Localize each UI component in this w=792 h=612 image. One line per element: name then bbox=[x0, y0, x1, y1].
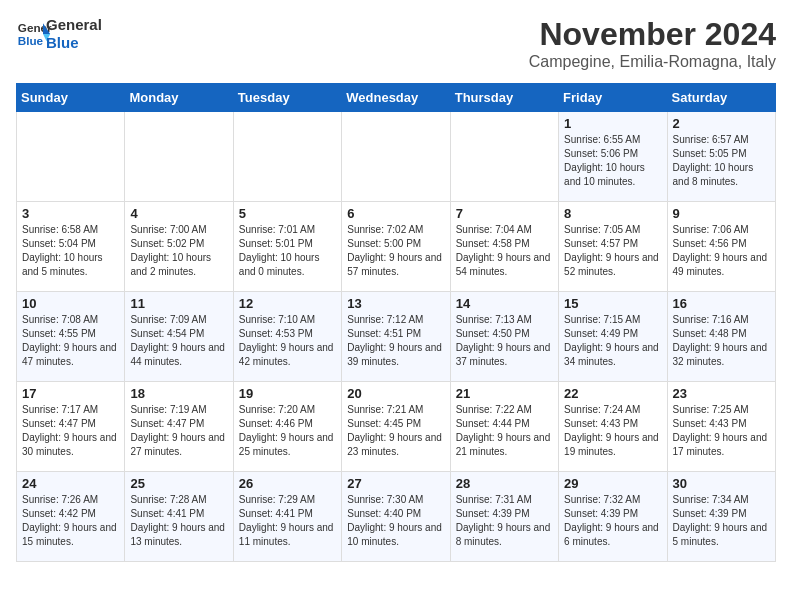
day-number: 25 bbox=[130, 476, 227, 491]
day-cell: 9Sunrise: 7:06 AM Sunset: 4:56 PM Daylig… bbox=[667, 202, 775, 292]
day-number: 4 bbox=[130, 206, 227, 221]
day-number: 6 bbox=[347, 206, 444, 221]
day-info: Sunrise: 7:05 AM Sunset: 4:57 PM Dayligh… bbox=[564, 223, 661, 279]
day-cell: 27Sunrise: 7:30 AM Sunset: 4:40 PM Dayli… bbox=[342, 472, 450, 562]
day-number: 3 bbox=[22, 206, 119, 221]
day-cell: 7Sunrise: 7:04 AM Sunset: 4:58 PM Daylig… bbox=[450, 202, 558, 292]
day-cell: 4Sunrise: 7:00 AM Sunset: 5:02 PM Daylig… bbox=[125, 202, 233, 292]
day-info: Sunrise: 7:06 AM Sunset: 4:56 PM Dayligh… bbox=[673, 223, 770, 279]
day-info: Sunrise: 7:31 AM Sunset: 4:39 PM Dayligh… bbox=[456, 493, 553, 549]
day-info: Sunrise: 7:00 AM Sunset: 5:02 PM Dayligh… bbox=[130, 223, 227, 279]
header-monday: Monday bbox=[125, 84, 233, 112]
day-number: 9 bbox=[673, 206, 770, 221]
day-number: 10 bbox=[22, 296, 119, 311]
day-cell: 28Sunrise: 7:31 AM Sunset: 4:39 PM Dayli… bbox=[450, 472, 558, 562]
day-number: 15 bbox=[564, 296, 661, 311]
day-cell bbox=[125, 112, 233, 202]
day-cell: 15Sunrise: 7:15 AM Sunset: 4:49 PM Dayli… bbox=[559, 292, 667, 382]
logo-blue: Blue bbox=[46, 34, 102, 52]
day-number: 23 bbox=[673, 386, 770, 401]
day-cell: 17Sunrise: 7:17 AM Sunset: 4:47 PM Dayli… bbox=[17, 382, 125, 472]
day-info: Sunrise: 7:22 AM Sunset: 4:44 PM Dayligh… bbox=[456, 403, 553, 459]
calendar-body: 1Sunrise: 6:55 AM Sunset: 5:06 PM Daylig… bbox=[17, 112, 776, 562]
location-title: Campegine, Emilia-Romagna, Italy bbox=[529, 53, 776, 71]
day-info: Sunrise: 7:09 AM Sunset: 4:54 PM Dayligh… bbox=[130, 313, 227, 369]
day-info: Sunrise: 7:32 AM Sunset: 4:39 PM Dayligh… bbox=[564, 493, 661, 549]
day-cell: 8Sunrise: 7:05 AM Sunset: 4:57 PM Daylig… bbox=[559, 202, 667, 292]
day-cell: 18Sunrise: 7:19 AM Sunset: 4:47 PM Dayli… bbox=[125, 382, 233, 472]
week-row-1: 3Sunrise: 6:58 AM Sunset: 5:04 PM Daylig… bbox=[17, 202, 776, 292]
header-tuesday: Tuesday bbox=[233, 84, 341, 112]
day-info: Sunrise: 7:29 AM Sunset: 4:41 PM Dayligh… bbox=[239, 493, 336, 549]
day-number: 13 bbox=[347, 296, 444, 311]
day-info: Sunrise: 7:19 AM Sunset: 4:47 PM Dayligh… bbox=[130, 403, 227, 459]
day-number: 14 bbox=[456, 296, 553, 311]
day-number: 2 bbox=[673, 116, 770, 131]
day-number: 22 bbox=[564, 386, 661, 401]
logo-general: General bbox=[46, 16, 102, 34]
header-wednesday: Wednesday bbox=[342, 84, 450, 112]
day-info: Sunrise: 7:16 AM Sunset: 4:48 PM Dayligh… bbox=[673, 313, 770, 369]
day-number: 24 bbox=[22, 476, 119, 491]
calendar-table: SundayMondayTuesdayWednesdayThursdayFrid… bbox=[16, 83, 776, 562]
day-cell: 19Sunrise: 7:20 AM Sunset: 4:46 PM Dayli… bbox=[233, 382, 341, 472]
day-number: 12 bbox=[239, 296, 336, 311]
header-saturday: Saturday bbox=[667, 84, 775, 112]
day-cell: 21Sunrise: 7:22 AM Sunset: 4:44 PM Dayli… bbox=[450, 382, 558, 472]
day-info: Sunrise: 7:13 AM Sunset: 4:50 PM Dayligh… bbox=[456, 313, 553, 369]
calendar-header: SundayMondayTuesdayWednesdayThursdayFrid… bbox=[17, 84, 776, 112]
day-info: Sunrise: 6:57 AM Sunset: 5:05 PM Dayligh… bbox=[673, 133, 770, 189]
day-info: Sunrise: 6:58 AM Sunset: 5:04 PM Dayligh… bbox=[22, 223, 119, 279]
day-cell: 20Sunrise: 7:21 AM Sunset: 4:45 PM Dayli… bbox=[342, 382, 450, 472]
header-sunday: Sunday bbox=[17, 84, 125, 112]
day-cell: 14Sunrise: 7:13 AM Sunset: 4:50 PM Dayli… bbox=[450, 292, 558, 382]
title-area: November 2024 Campegine, Emilia-Romagna,… bbox=[529, 16, 776, 71]
day-cell: 10Sunrise: 7:08 AM Sunset: 4:55 PM Dayli… bbox=[17, 292, 125, 382]
day-number: 1 bbox=[564, 116, 661, 131]
day-number: 7 bbox=[456, 206, 553, 221]
week-row-4: 24Sunrise: 7:26 AM Sunset: 4:42 PM Dayli… bbox=[17, 472, 776, 562]
week-row-3: 17Sunrise: 7:17 AM Sunset: 4:47 PM Dayli… bbox=[17, 382, 776, 472]
day-info: Sunrise: 7:10 AM Sunset: 4:53 PM Dayligh… bbox=[239, 313, 336, 369]
header: General Blue General Blue November 2024 … bbox=[16, 16, 776, 71]
day-info: Sunrise: 7:24 AM Sunset: 4:43 PM Dayligh… bbox=[564, 403, 661, 459]
header-friday: Friday bbox=[559, 84, 667, 112]
day-cell: 1Sunrise: 6:55 AM Sunset: 5:06 PM Daylig… bbox=[559, 112, 667, 202]
day-number: 27 bbox=[347, 476, 444, 491]
day-info: Sunrise: 7:02 AM Sunset: 5:00 PM Dayligh… bbox=[347, 223, 444, 279]
day-info: Sunrise: 6:55 AM Sunset: 5:06 PM Dayligh… bbox=[564, 133, 661, 189]
day-info: Sunrise: 7:20 AM Sunset: 4:46 PM Dayligh… bbox=[239, 403, 336, 459]
day-number: 17 bbox=[22, 386, 119, 401]
day-info: Sunrise: 7:08 AM Sunset: 4:55 PM Dayligh… bbox=[22, 313, 119, 369]
svg-text:Blue: Blue bbox=[18, 34, 44, 47]
day-number: 18 bbox=[130, 386, 227, 401]
header-row: SundayMondayTuesdayWednesdayThursdayFrid… bbox=[17, 84, 776, 112]
day-cell: 5Sunrise: 7:01 AM Sunset: 5:01 PM Daylig… bbox=[233, 202, 341, 292]
day-number: 19 bbox=[239, 386, 336, 401]
day-number: 5 bbox=[239, 206, 336, 221]
day-number: 26 bbox=[239, 476, 336, 491]
week-row-2: 10Sunrise: 7:08 AM Sunset: 4:55 PM Dayli… bbox=[17, 292, 776, 382]
day-cell bbox=[450, 112, 558, 202]
day-cell: 30Sunrise: 7:34 AM Sunset: 4:39 PM Dayli… bbox=[667, 472, 775, 562]
week-row-0: 1Sunrise: 6:55 AM Sunset: 5:06 PM Daylig… bbox=[17, 112, 776, 202]
day-number: 20 bbox=[347, 386, 444, 401]
day-info: Sunrise: 7:01 AM Sunset: 5:01 PM Dayligh… bbox=[239, 223, 336, 279]
day-info: Sunrise: 7:34 AM Sunset: 4:39 PM Dayligh… bbox=[673, 493, 770, 549]
day-cell: 11Sunrise: 7:09 AM Sunset: 4:54 PM Dayli… bbox=[125, 292, 233, 382]
day-number: 30 bbox=[673, 476, 770, 491]
day-cell bbox=[17, 112, 125, 202]
day-info: Sunrise: 7:28 AM Sunset: 4:41 PM Dayligh… bbox=[130, 493, 227, 549]
day-info: Sunrise: 7:04 AM Sunset: 4:58 PM Dayligh… bbox=[456, 223, 553, 279]
day-cell: 23Sunrise: 7:25 AM Sunset: 4:43 PM Dayli… bbox=[667, 382, 775, 472]
month-title: November 2024 bbox=[529, 16, 776, 53]
day-cell: 24Sunrise: 7:26 AM Sunset: 4:42 PM Dayli… bbox=[17, 472, 125, 562]
day-cell bbox=[342, 112, 450, 202]
day-cell bbox=[233, 112, 341, 202]
logo: General Blue General Blue bbox=[16, 16, 102, 52]
day-info: Sunrise: 7:17 AM Sunset: 4:47 PM Dayligh… bbox=[22, 403, 119, 459]
day-cell: 2Sunrise: 6:57 AM Sunset: 5:05 PM Daylig… bbox=[667, 112, 775, 202]
day-info: Sunrise: 7:15 AM Sunset: 4:49 PM Dayligh… bbox=[564, 313, 661, 369]
day-cell: 12Sunrise: 7:10 AM Sunset: 4:53 PM Dayli… bbox=[233, 292, 341, 382]
day-cell: 29Sunrise: 7:32 AM Sunset: 4:39 PM Dayli… bbox=[559, 472, 667, 562]
